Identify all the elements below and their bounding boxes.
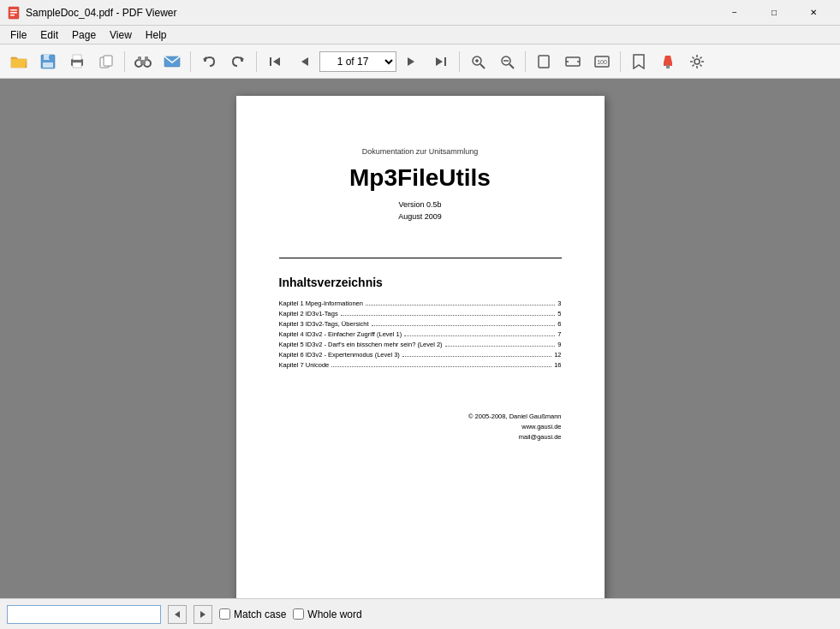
undo-icon — [201, 54, 217, 69]
redo-button[interactable] — [224, 48, 252, 75]
toc-item-6: Kapitel 6 ID3v2 - Expertenmodus (Level 3… — [279, 351, 562, 359]
menu-file[interactable]: File — [3, 27, 33, 43]
settings-button[interactable] — [683, 48, 711, 75]
first-page-icon — [268, 55, 282, 68]
undo-button[interactable] — [195, 48, 223, 75]
search-input[interactable] — [7, 605, 161, 624]
svg-marker-22 — [273, 57, 280, 66]
toc-label-1: Kapitel 1 Mpeg-Informationen — [279, 300, 363, 307]
svg-rect-2 — [10, 12, 17, 14]
find-button[interactable] — [129, 48, 157, 75]
pdf-version: Version 0.5b August 2009 — [279, 199, 562, 223]
first-page-button[interactable] — [261, 48, 289, 75]
whole-word-checkbox[interactable] — [293, 608, 304, 620]
match-case-checkbox[interactable] — [219, 608, 230, 620]
toc-page-2: 5 — [557, 310, 561, 317]
pdf-version-line1: Version 0.5b — [279, 199, 562, 211]
next-page-button[interactable] — [398, 48, 426, 75]
bookmark-icon — [632, 54, 646, 69]
print-button[interactable] — [63, 48, 91, 75]
fit-page-button[interactable] — [530, 48, 557, 75]
toc-label-2: Kapitel 2 ID3v1-Tags — [279, 310, 338, 317]
close-button[interactable]: ✕ — [794, 0, 833, 26]
svg-rect-9 — [73, 55, 81, 60]
next-page-icon — [405, 55, 419, 68]
fit-page-icon — [536, 54, 551, 69]
prev-page-icon — [297, 55, 311, 68]
toc-title: Inhaltsverzeichnis — [279, 276, 562, 289]
svg-marker-43 — [175, 611, 180, 618]
whole-word-text: Whole word — [307, 608, 361, 620]
search-prev-button[interactable] — [168, 605, 187, 624]
minimize-button[interactable]: − — [715, 0, 754, 26]
toc-page-7: 16 — [554, 361, 561, 369]
whole-word-label[interactable]: Whole word — [293, 608, 361, 620]
copy-button[interactable] — [92, 48, 120, 75]
save-button[interactable] — [34, 48, 62, 75]
email-button[interactable] — [158, 48, 186, 75]
toc-label-3: Kapitel 3 ID3v2-Tags, Übersicht — [279, 320, 369, 328]
fit-100-icon: 100 — [594, 54, 610, 69]
title-bar: SampleDoc_04.pdf - PDF Viewer − □ ✕ — [0, 0, 840, 26]
svg-marker-44 — [200, 611, 206, 618]
pdf-footer-line1: © 2005-2008, Daniel Gaußmann — [279, 412, 562, 422]
maximize-button[interactable]: □ — [754, 0, 794, 26]
toc-page-6: 12 — [554, 351, 561, 359]
toc-label-5: Kapitel 5 ID3v2 - Darf's ein bisschen me… — [279, 341, 443, 348]
binoculars-icon — [134, 55, 152, 68]
bookmark-button[interactable] — [625, 48, 652, 75]
toc-dots-7 — [331, 361, 551, 367]
toc-item-5: Kapitel 5 ID3v2 - Darf's ein bisschen me… — [279, 341, 562, 348]
toc-page-3: 6 — [557, 320, 561, 328]
svg-rect-3 — [10, 15, 15, 16]
toc-dots-1 — [366, 300, 555, 306]
toc-page-4: 7 — [557, 330, 561, 338]
separator-1 — [124, 51, 125, 72]
toc-page-1: 3 — [557, 300, 561, 307]
fit-100-button[interactable]: 100 — [588, 48, 616, 75]
zoom-out-button[interactable] — [493, 48, 521, 75]
pdf-divider-top — [279, 258, 562, 258]
svg-text:100: 100 — [597, 59, 607, 65]
match-case-label[interactable]: Match case — [219, 608, 286, 620]
highlight-button[interactable] — [654, 48, 682, 75]
open-button[interactable] — [5, 48, 33, 75]
svg-line-33 — [509, 64, 514, 68]
copy-icon — [98, 54, 114, 69]
search-next-icon — [199, 610, 207, 619]
menu-view[interactable]: View — [103, 27, 139, 43]
toc-item-7: Kapitel 7 Unicode 16 — [279, 361, 562, 369]
zoom-out-icon — [499, 54, 515, 69]
prev-page-button[interactable] — [290, 48, 318, 75]
menu-edit[interactable]: Edit — [33, 27, 65, 43]
pdf-page: Dokumentation zur Unitsammlung Mp3FileUt… — [236, 96, 605, 598]
highlight-icon — [660, 54, 676, 69]
search-prev-icon — [173, 610, 182, 619]
svg-rect-12 — [104, 56, 112, 66]
zoom-in-button[interactable] — [464, 48, 491, 75]
toc-dots-6 — [402, 351, 551, 357]
toc-item-3: Kapitel 3 ID3v2-Tags, Übersicht 6 — [279, 320, 562, 328]
menu-help[interactable]: Help — [139, 27, 174, 43]
svg-rect-16 — [138, 56, 141, 61]
last-page-button[interactable] — [427, 48, 455, 75]
page-selector[interactable]: 1 of 17 — [319, 51, 396, 72]
svg-rect-41 — [666, 65, 670, 68]
settings-icon — [689, 54, 705, 69]
pdf-footer-line3: mail@gausi.de — [279, 432, 562, 442]
toc-dots-2 — [341, 310, 556, 316]
svg-line-30 — [480, 64, 485, 68]
svg-rect-34 — [539, 56, 549, 68]
email-icon — [164, 55, 181, 68]
fit-width-button[interactable] — [559, 48, 587, 75]
toc-item-4: Kapitel 4 ID3v2 - Einfacher Zugriff (Lev… — [279, 330, 562, 338]
toc-item-2: Kapitel 2 ID3v1-Tags 5 — [279, 310, 562, 317]
pdf-footer: © 2005-2008, Daniel Gaußmann www.gausi.d… — [279, 412, 562, 442]
window-controls: − □ ✕ — [715, 0, 833, 26]
svg-rect-17 — [145, 56, 148, 61]
svg-marker-26 — [436, 57, 443, 66]
search-next-button[interactable] — [194, 605, 212, 624]
match-case-text: Match case — [234, 608, 286, 620]
svg-rect-15 — [140, 60, 146, 64]
menu-page[interactable]: Page — [65, 27, 103, 43]
